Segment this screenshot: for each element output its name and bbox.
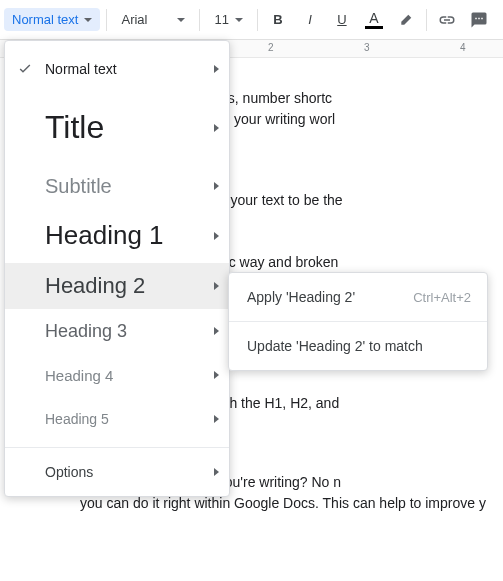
style-item-heading-4[interactable]: Heading 4	[5, 353, 229, 397]
apply-heading-2[interactable]: Apply 'Heading 2' Ctrl+Alt+2	[229, 279, 487, 315]
submenu-label: Apply 'Heading 2'	[247, 289, 355, 305]
underline-button[interactable]: U	[328, 6, 356, 34]
style-label: Heading 4	[45, 361, 113, 390]
style-item-heading-2[interactable]: Heading 2	[5, 263, 229, 309]
style-label: Subtitle	[45, 167, 112, 206]
chevron-right-icon	[214, 232, 219, 240]
style-label: Options	[45, 464, 93, 480]
chevron-down-icon	[84, 18, 92, 22]
font-size-dropdown[interactable]: 11	[206, 8, 250, 31]
link-icon	[438, 11, 456, 29]
toolbar-separator	[106, 9, 107, 31]
style-item-normal[interactable]: Normal text	[5, 47, 229, 91]
paragraph-style-label: Normal text	[12, 12, 78, 27]
update-heading-2[interactable]: Update 'Heading 2' to match	[229, 328, 487, 364]
style-label: Heading 1	[45, 208, 164, 263]
text-color-swatch	[365, 26, 383, 29]
check-icon	[17, 60, 33, 79]
chevron-right-icon	[214, 415, 219, 423]
italic-button[interactable]: I	[296, 6, 324, 34]
style-label: Title	[45, 91, 104, 164]
chevron-right-icon	[214, 371, 219, 379]
style-item-heading-1[interactable]: Heading 1	[5, 208, 229, 263]
highlighter-icon	[398, 13, 414, 27]
style-item-heading-3[interactable]: Heading 3	[5, 309, 229, 353]
style-item-options[interactable]: Options	[5, 454, 229, 490]
submenu-label: Update 'Heading 2' to match	[247, 338, 423, 354]
paragraph-style-dropdown[interactable]: Normal text	[4, 8, 100, 31]
style-label: Heading 5	[45, 407, 109, 431]
chevron-down-icon	[235, 18, 243, 22]
ruler-mark: 4	[460, 42, 466, 53]
font-size-value: 11	[214, 12, 228, 27]
font-family-dropdown[interactable]: Arial	[113, 8, 193, 31]
toolbar-separator	[426, 9, 427, 31]
comment-icon	[470, 11, 488, 29]
chevron-right-icon	[214, 327, 219, 335]
ruler-mark: 3	[364, 42, 370, 53]
chevron-right-icon	[214, 468, 219, 476]
chevron-down-icon	[177, 18, 185, 22]
menu-separator	[5, 447, 229, 448]
chevron-right-icon	[214, 282, 219, 290]
style-item-heading-5[interactable]: Heading 5	[5, 397, 229, 441]
style-label: Heading 3	[45, 313, 127, 350]
toolbar: Normal text Arial 11 B I U A	[0, 0, 503, 40]
toolbar-separator	[257, 9, 258, 31]
style-item-subtitle[interactable]: Subtitle	[5, 164, 229, 208]
text-color-button[interactable]: A	[360, 6, 388, 34]
chevron-right-icon	[214, 182, 219, 190]
toolbar-separator	[199, 9, 200, 31]
style-item-title[interactable]: Title	[5, 91, 229, 164]
highlight-color-button[interactable]	[392, 6, 420, 34]
style-label: Normal text	[45, 61, 117, 77]
insert-comment-button[interactable]	[465, 6, 493, 34]
keyboard-shortcut: Ctrl+Alt+2	[413, 290, 471, 305]
bold-button[interactable]: B	[264, 6, 292, 34]
paragraph-styles-menu: Normal text Title Subtitle Heading 1 Hea…	[4, 40, 230, 497]
insert-link-button[interactable]	[433, 6, 461, 34]
chevron-right-icon	[214, 65, 219, 73]
font-family-label: Arial	[121, 12, 147, 27]
style-label: Heading 2	[45, 263, 145, 309]
heading-2-submenu: Apply 'Heading 2' Ctrl+Alt+2 Update 'Hea…	[228, 272, 488, 371]
chevron-right-icon	[214, 124, 219, 132]
menu-separator	[229, 321, 487, 322]
ruler-mark: 2	[268, 42, 274, 53]
